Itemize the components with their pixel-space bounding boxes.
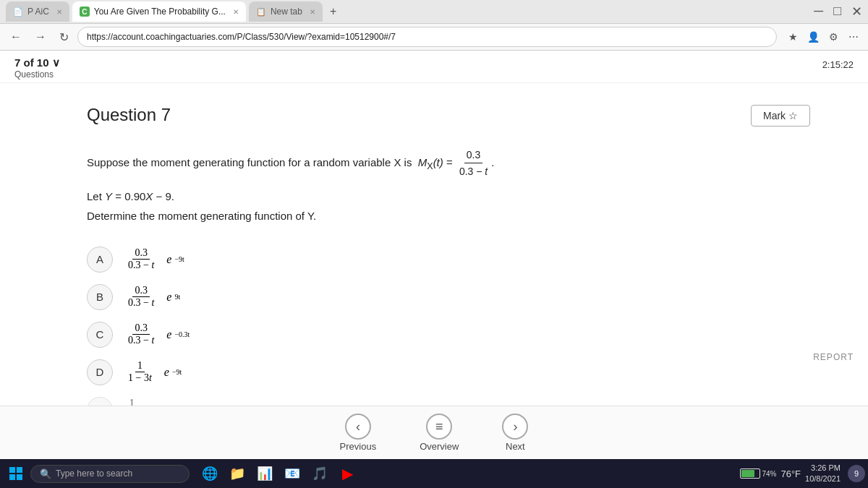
question-title: Question 7 [87, 105, 171, 125]
option-b-den: 0.3 − t [126, 297, 156, 309]
new-tab-button[interactable]: + [326, 5, 341, 18]
previous-action[interactable]: ‹ Previous [340, 414, 377, 452]
report-link[interactable]: REPORT [813, 352, 854, 362]
option-b-fraction: 0.3 0.3 − t [126, 285, 156, 309]
option-b[interactable]: B 0.3 0.3 − t e9t [87, 280, 810, 314]
tab-newtab[interactable]: 📋 New tab ✕ [249, 1, 323, 22]
notification-badge[interactable]: 9 [848, 465, 865, 482]
question-body-text: Suppose the moment generating function f… [87, 156, 412, 168]
counter-main[interactable]: 7 of 10 ∨ [14, 56, 60, 69]
option-c-num: 0.3 [132, 322, 150, 335]
previous-icon[interactable]: ‹ [345, 414, 371, 440]
title-bar: 📄 P AiC ✕ C You Are Given The Probabilit… [0, 0, 868, 23]
option-d[interactable]: D 1 1 − 3t e−9t [87, 355, 810, 390]
refresh-button[interactable]: ↻ [55, 29, 73, 46]
tab-newtab-close[interactable]: ✕ [310, 8, 315, 16]
taskbar-apps: 🌐 📁 📊 📧 🎵 ▶ [191, 461, 739, 487]
tab-probability-close[interactable]: ✕ [233, 8, 239, 16]
overview-label: Overview [420, 441, 459, 452]
profile-icon[interactable]: 👤 [804, 28, 822, 46]
address-input[interactable] [77, 27, 777, 47]
taskbar-search[interactable]: 🔍 Type here to search [30, 465, 190, 483]
option-d-circle[interactable]: D [87, 359, 113, 385]
previous-label: Previous [340, 441, 377, 452]
option-c-circle[interactable]: C [87, 322, 113, 348]
option-d-exp: −9t [172, 368, 182, 376]
option-a-fraction: 0.3 0.3 − t [126, 247, 156, 271]
next-icon[interactable]: › [502, 414, 528, 440]
window-controls: ─ □ ✕ [814, 4, 862, 20]
option-c[interactable]: C 0.3 0.3 − t e−0.3t [87, 317, 810, 352]
taskbar: 🔍 Type here to search 🌐 📁 📊 📧 🎵 ▶ 74% 76… [0, 459, 868, 488]
taskbar-explorer[interactable]: 📁 [224, 461, 250, 487]
overview-icon[interactable]: ≡ [426, 414, 452, 440]
battery-fill [741, 470, 754, 477]
close-button[interactable]: ✕ [851, 4, 862, 20]
maximize-button[interactable]: □ [833, 4, 841, 20]
more-icon[interactable]: ⋯ [845, 28, 862, 46]
taskbar-edge[interactable]: 🌐 [197, 461, 223, 487]
next-label: Next [506, 441, 525, 452]
taskbar-mail[interactable]: 📧 [279, 461, 305, 487]
forward-button[interactable]: → [30, 29, 51, 45]
tab-newtab-label: New tab [271, 7, 302, 17]
timer: 2:15:22 [822, 59, 854, 70]
option-c-den: 0.3 − t [126, 335, 156, 346]
option-a-den: 0.3 − t [126, 260, 156, 271]
svg-rect-3 [17, 474, 22, 480]
option-e[interactable]: E 1 ... [87, 393, 810, 406]
tab-paic-icon: 📄 [13, 7, 23, 17]
option-e-formula: 1 ... [124, 398, 140, 406]
taskbar-time: 3:26 PM 10/8/2021 [805, 463, 843, 485]
option-e-num: 1 [127, 398, 137, 406]
address-bar: ← → ↻ ★ 👤 ⚙ ⋯ [0, 23, 868, 51]
option-d-formula: 1 1 − 3t e−9t [124, 360, 182, 384]
overview-action[interactable]: ≡ Overview [420, 414, 459, 452]
taskbar-youtube[interactable]: ▶ [334, 461, 360, 487]
tab-paic[interactable]: 📄 P AiC ✕ [6, 1, 69, 22]
tab-paic-close[interactable]: ✕ [56, 8, 62, 16]
top-bar: 7 of 10 ∨ Questions 2:15:22 [0, 51, 868, 83]
temp-display: 76°F [780, 468, 801, 479]
let-text: Let Y = 0.90X − 9. [87, 190, 810, 202]
bottom-navigation: ‹ Previous ≡ Overview › Next [0, 406, 868, 459]
option-c-fraction: 0.3 0.3 − t [126, 322, 156, 346]
clock-time: 3:26 PM [811, 463, 841, 474]
determine-text: Determine the moment generating function… [87, 210, 810, 222]
next-action[interactable]: › Next [502, 414, 528, 452]
option-d-den: 1 − 3t [126, 372, 154, 384]
options-list: A 0.3 0.3 − t e−9t B 0.3 [87, 242, 810, 406]
clock-date: 10/8/2021 [805, 474, 841, 484]
option-b-circle[interactable]: B [87, 284, 113, 310]
option-b-exp: 9t [174, 293, 180, 301]
tab-newtab-icon: 📋 [256, 7, 266, 17]
tab-paic-label: P AiC [27, 7, 49, 17]
search-icon: 🔍 [40, 468, 51, 479]
option-b-formula: 0.3 0.3 − t e9t [124, 285, 180, 309]
tab-probability-icon: C [80, 7, 90, 17]
taskbar-office[interactable]: 📊 [252, 461, 278, 487]
back-button[interactable]: ← [6, 29, 26, 45]
option-a-formula: 0.3 0.3 − t e−9t [124, 247, 184, 271]
minimize-button[interactable]: ─ [814, 4, 823, 20]
taskbar-media[interactable]: 🎵 [307, 461, 333, 487]
option-c-formula: 0.3 0.3 − t e−0.3t [124, 322, 190, 346]
question-body: Suppose the moment generating function f… [87, 147, 810, 180]
option-c-exp: −0.3t [174, 330, 190, 338]
mgf-denominator: 0.3 − t [457, 163, 490, 179]
battery-box [740, 468, 760, 479]
extensions-icon[interactable]: ⚙ [825, 28, 842, 46]
mark-button[interactable]: Mark ☆ [751, 105, 810, 127]
option-e-fraction: 1 ... [126, 398, 138, 406]
taskbar-system: 74% 76°F 3:26 PM 10/8/2021 9 [740, 463, 865, 485]
option-b-num: 0.3 [132, 285, 150, 297]
option-a-circle[interactable]: A [87, 247, 113, 273]
favorites-icon[interactable]: ★ [784, 28, 801, 46]
battery-indicator: 74% [740, 468, 776, 479]
option-a[interactable]: A 0.3 0.3 − t e−9t [87, 242, 810, 277]
start-button[interactable] [3, 461, 29, 487]
tab-probability[interactable]: C You Are Given The Probability G... ✕ [72, 1, 246, 22]
question-counter: 7 of 10 ∨ Questions [14, 56, 60, 80]
option-a-num: 0.3 [132, 247, 150, 260]
option-e-circle[interactable]: E [87, 397, 113, 406]
